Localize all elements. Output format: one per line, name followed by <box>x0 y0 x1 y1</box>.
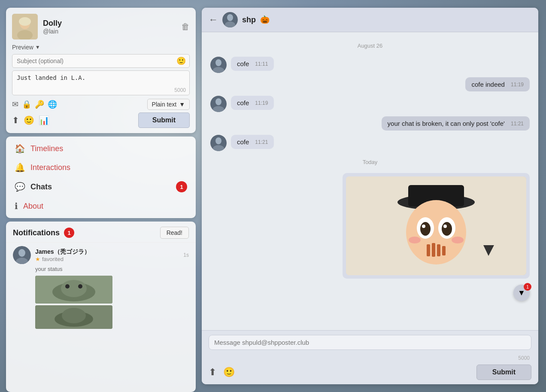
subject-input[interactable] <box>12 55 173 67</box>
notif-item-row: James（秃ゴジラ） ★ favorited 1s <box>13 246 189 264</box>
svg-point-39 <box>452 237 464 243</box>
read-button[interactable]: Read! <box>160 227 189 239</box>
chat-input-area: 5000 ⬆ 🙂 Submit <box>202 330 538 384</box>
chevron-down-icon: ▼ <box>35 44 40 50</box>
scroll-badge-count: 1 <box>524 283 531 291</box>
chat-header-avatar <box>222 12 238 27</box>
message-bubble: your chat is broken, it can only post 'c… <box>382 116 530 131</box>
chat-icon: 💬 <box>15 182 25 192</box>
nav-label: Timelines <box>30 144 63 153</box>
svg-rect-42 <box>437 244 440 256</box>
date-divider-aug: August 26 <box>210 43 530 49</box>
cloud-icon: 🗑 <box>181 22 190 32</box>
message-text: cofe <box>237 60 249 67</box>
back-button[interactable]: ← <box>209 14 218 25</box>
message-avatar <box>210 57 227 73</box>
preview-row[interactable]: Preview ▼ <box>12 44 190 51</box>
upload-icon[interactable]: ⬆ <box>209 367 216 378</box>
message-bubble: cofe 11:19 <box>231 96 274 110</box>
svg-rect-40 <box>427 244 430 256</box>
nav-label: About <box>23 202 43 211</box>
chat-actions-row: ⬆ 🙂 Submit <box>209 365 531 380</box>
bell-icon: 🔔 <box>15 162 25 173</box>
date-divider-today: Today <box>210 159 530 165</box>
chevron-down-icon: ▼ <box>518 289 525 298</box>
notif-image-1 <box>35 276 112 304</box>
message-row-image <box>210 173 530 279</box>
user-row: Dolly @lain 🗑 <box>12 14 190 40</box>
chats-badge: 1 <box>176 181 187 192</box>
notifications-panel: Notifications 1 Read! James（秃ゴジラ） <box>6 222 196 392</box>
emoji-picker-icon[interactable]: 🙂 <box>24 115 34 125</box>
user-handle: @lain <box>43 28 62 35</box>
notif-action: ★ favorited <box>35 256 179 262</box>
message-textarea[interactable]: Just landed in L.A. <box>12 71 189 93</box>
svg-point-14 <box>62 308 86 323</box>
globe-icon: 🌐 <box>48 100 57 109</box>
chat-header: ← shp 🎃 <box>202 8 538 32</box>
sidebar-item-about[interactable]: ℹ About <box>6 197 196 216</box>
message-time: 11:11 <box>255 61 268 67</box>
message-row: cofe 11:19 <box>210 96 530 112</box>
message-time: 11:19 <box>255 100 268 106</box>
message-avatar <box>210 96 227 112</box>
email-icon: ✉ <box>12 100 18 109</box>
user-name: Dolly <box>43 19 62 28</box>
message-text: cofe <box>237 99 249 106</box>
message-row: cofe indeed 11:19 <box>210 77 530 91</box>
notif-time: 1s <box>183 252 189 258</box>
notification-item: James（秃ゴジラ） ★ favorited 1s your status <box>6 242 196 332</box>
message-row: your chat is broken, it can only post 'c… <box>210 116 530 131</box>
chat-submit-button[interactable]: Submit <box>476 365 531 380</box>
scroll-to-bottom-button[interactable]: ▼ 1 <box>513 285 530 301</box>
svg-rect-41 <box>432 243 435 257</box>
message-bubble: cofe 11:11 <box>231 57 274 71</box>
message-bubble: cofe 11:21 <box>231 135 274 149</box>
message-bubble: cofe indeed 11:19 <box>465 77 530 91</box>
message-text: cofe <box>237 138 249 146</box>
nav-label: Interactions <box>30 163 70 172</box>
message-time: 11:19 <box>511 82 524 88</box>
sidebar-item-interactions[interactable]: 🔔 Interactions <box>6 158 196 177</box>
lock2-icon: 🔑 <box>35 100 44 109</box>
message-avatar <box>210 135 227 151</box>
upload-icon[interactable]: ⬆ <box>12 115 19 125</box>
emoji-icon[interactable]: 🙂 <box>223 367 235 378</box>
message-text: your chat is broken, it can only post 'c… <box>388 120 505 127</box>
svg-point-16 <box>227 14 233 21</box>
chat-messages[interactable]: August 26 cofe 11:11 cofe indeed 11:19 <box>202 32 538 330</box>
submit-button[interactable]: Submit <box>138 112 190 128</box>
emoji-button[interactable]: 🙂 <box>173 55 189 67</box>
chat-message-input[interactable] <box>214 339 526 346</box>
svg-rect-43 <box>442 246 446 255</box>
format-dropdown[interactable]: Plain text ▼ <box>147 99 190 110</box>
image-bubble <box>343 173 530 279</box>
svg-point-37 <box>443 225 447 228</box>
chart-icon[interactable]: 📊 <box>39 115 49 125</box>
notif-images <box>13 276 189 329</box>
chat-header-emoji: 🎃 <box>260 15 270 24</box>
chat-image <box>346 176 526 275</box>
sidebar-item-timelines[interactable]: 🏠 Timelines <box>6 139 196 158</box>
avatar <box>12 14 38 40</box>
svg-point-5 <box>18 249 25 257</box>
svg-point-34 <box>420 222 431 236</box>
chat-char-count: 5000 <box>518 353 530 363</box>
svg-point-10 <box>65 284 70 289</box>
message-row: cofe 11:11 <box>210 57 530 73</box>
notif-avatar <box>13 246 31 264</box>
user-info: Dolly @lain <box>43 19 62 35</box>
chat-header-name: shp <box>242 15 256 24</box>
toolbar-row: ✉ 🔒 🔑 🌐 Plain text ▼ <box>12 99 190 110</box>
nav-card: 🏠 Timelines 🔔 Interactions 💬 Chats 1 ℹ A… <box>6 137 196 218</box>
info-icon: ℹ <box>15 201 18 211</box>
left-panel: Dolly @lain 🗑 Preview ▼ 🙂 Just landed in… <box>0 0 202 392</box>
chat-input-row <box>209 335 531 350</box>
sidebar-item-chats[interactable]: 💬 Chats 1 <box>6 177 196 197</box>
notif-image-2 <box>35 305 112 329</box>
notifications-header: Notifications 1 Read! <box>6 222 196 242</box>
notif-content: James（秃ゴジラ） ★ favorited <box>35 248 179 262</box>
message-time: 11:21 <box>255 139 268 145</box>
svg-point-35 <box>442 222 452 236</box>
message-time: 11:21 <box>511 121 524 127</box>
